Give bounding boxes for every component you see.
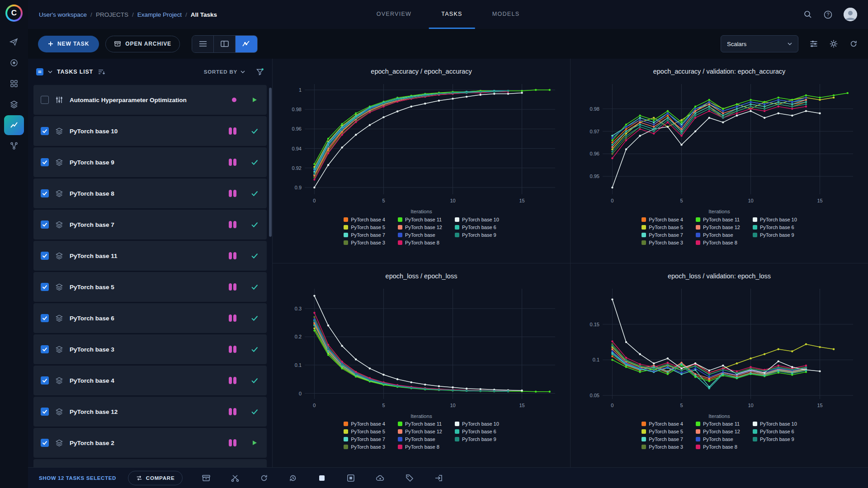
table-view-icon[interactable] [192,36,214,52]
legend-item[interactable]: PyTorch base 12 [398,428,442,436]
breadcrumb-item[interactable]: Example Project [137,11,182,18]
experiments-icon[interactable] [4,115,24,135]
pipelines-icon[interactable] [4,136,24,156]
chart-plot[interactable]: 05101500.10.20.3 [281,283,561,413]
task-row[interactable]: PyTorch base [33,459,267,467]
legend-item[interactable]: PyTorch base [696,436,740,443]
legend-item[interactable]: PyTorch base 10 [455,216,499,223]
settings-icon[interactable] [829,39,838,48]
move-to-icon[interactable] [434,474,443,483]
split-view-icon[interactable] [214,36,236,52]
task-row[interactable]: PyTorch base 4 [33,366,267,395]
datasets-icon[interactable] [4,94,24,114]
legend-item[interactable]: PyTorch base [696,231,740,239]
workers-queues-icon[interactable] [4,53,24,73]
task-row[interactable]: PyTorch base 8 [33,178,267,208]
legend-item[interactable]: PyTorch base 11 [398,216,442,223]
task-checkbox[interactable] [41,408,49,416]
getting-started-icon[interactable] [4,32,24,52]
legend-item[interactable]: PyTorch base [398,231,442,239]
legend-item[interactable]: PyTorch base 5 [642,428,683,436]
task-checkbox[interactable] [41,252,49,260]
legend-item[interactable]: PyTorch base 11 [696,216,740,223]
task-checkbox[interactable] [41,221,49,229]
clearml-logo[interactable]: C [5,5,23,22]
legend-item[interactable]: PyTorch base 3 [642,443,683,451]
detach-icon[interactable] [231,474,240,483]
task-row[interactable]: PyTorch base 10 [33,116,267,146]
chart-plot[interactable]: 0510150.90.920.940.960.981 [281,79,561,208]
legend-item[interactable]: PyTorch base [398,436,442,443]
auto-refresh-icon[interactable] [849,39,858,48]
compare-button[interactable]: COMPARE [128,471,183,485]
legend-item[interactable]: PyTorch base 7 [344,436,385,443]
new-task-button[interactable]: NEW TASK [38,36,99,52]
legend-item[interactable]: PyTorch base 8 [398,239,442,246]
legend-item[interactable]: PyTorch base 9 [753,436,797,443]
filter-icon[interactable] [256,68,264,76]
legend-item[interactable]: PyTorch base 4 [642,420,683,428]
legend-item[interactable]: PyTorch base 5 [344,428,385,436]
chart-plot[interactable]: 0510150.050.10.15 [579,283,859,413]
legend-item[interactable]: PyTorch base 5 [642,223,683,231]
legend-item[interactable]: PyTorch base 8 [398,443,442,451]
legend-item[interactable]: PyTorch base 7 [642,436,683,443]
task-checkbox[interactable] [41,345,49,353]
tab-tasks[interactable]: TASKS [429,0,475,29]
task-checkbox[interactable] [41,189,49,197]
task-row[interactable]: PyTorch base 11 [33,241,267,271]
legend-item[interactable]: PyTorch base 8 [696,443,740,451]
task-row[interactable]: PyTorch base 5 [33,272,267,302]
tag-icon[interactable] [405,474,414,483]
task-row[interactable]: PyTorch base 7 [33,210,267,239]
legend-item[interactable]: PyTorch base 6 [753,428,797,436]
legend-item[interactable]: PyTorch base 6 [455,223,499,231]
task-checkbox[interactable] [41,96,49,104]
avatar[interactable] [844,8,857,21]
task-checkbox[interactable] [41,439,49,447]
legend-item[interactable]: PyTorch base 7 [642,231,683,239]
publish-icon[interactable] [375,474,385,483]
legend-item[interactable]: PyTorch base 10 [455,420,499,428]
chart-view-icon[interactable] [236,36,257,52]
task-row[interactable]: PyTorch base 6 [33,303,267,333]
task-checkbox[interactable] [41,283,49,291]
legend-item[interactable]: PyTorch base 4 [344,216,385,223]
legend-item[interactable]: PyTorch base 6 [753,223,797,231]
sort-icon[interactable] [98,68,105,76]
legend-item[interactable]: PyTorch base 12 [696,428,740,436]
task-row[interactable]: Automatic Hyperparameter Optimization [33,85,267,115]
task-checkbox[interactable] [41,158,49,166]
select-all-checkbox[interactable] [36,68,43,75]
legend-item[interactable]: PyTorch base 3 [344,239,385,246]
legend-item[interactable]: PyTorch base 10 [753,216,797,223]
legend-item[interactable]: PyTorch base 9 [753,231,797,239]
metric-type-select[interactable]: Scalars [721,35,798,52]
tune-icon[interactable] [809,39,818,48]
retry-icon[interactable] [288,474,297,483]
breadcrumb-item[interactable]: User's workspace [39,11,87,18]
legend-item[interactable]: PyTorch base 3 [344,443,385,451]
legend-item[interactable]: PyTorch base 9 [455,436,499,443]
task-row[interactable]: PyTorch base 2 [33,428,267,458]
task-row[interactable]: PyTorch base 12 [33,397,267,427]
legend-item[interactable]: PyTorch base 11 [398,420,442,428]
legend-item[interactable]: PyTorch base 4 [344,420,385,428]
archive-icon[interactable] [202,474,211,483]
legend-item[interactable]: PyTorch base 12 [398,223,442,231]
tab-overview[interactable]: OVERVIEW [364,0,425,29]
legend-item[interactable]: PyTorch base 11 [696,420,740,428]
projects-icon[interactable] [4,74,24,94]
legend-item[interactable]: PyTorch base 6 [455,428,499,436]
legend-item[interactable]: PyTorch base 8 [696,239,740,246]
task-checkbox[interactable] [41,314,49,322]
legend-item[interactable]: PyTorch base 5 [344,223,385,231]
capture-icon[interactable] [346,474,355,483]
abort-icon[interactable] [317,474,326,483]
chevron-down-icon[interactable] [48,70,52,73]
search-icon[interactable] [803,10,812,19]
help-icon[interactable]: ? [823,10,833,19]
tab-models[interactable]: MODELS [480,0,533,29]
legend-item[interactable]: PyTorch base 9 [455,231,499,239]
legend-item[interactable]: PyTorch base 4 [642,216,683,223]
